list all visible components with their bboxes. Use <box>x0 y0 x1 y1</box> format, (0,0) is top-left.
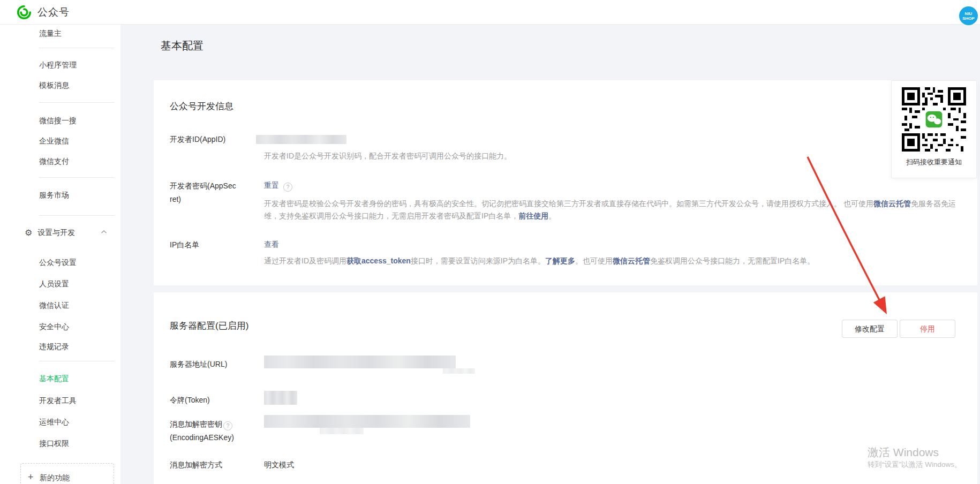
appsecret-label: 开发者密码(AppSec ret) <box>170 179 258 206</box>
ip-whitelist-desc: 通过开发者ID及密码调用获取access_token接口时，需要设置访问来源IP… <box>264 255 958 267</box>
sidebar-section-label: 设置与开发 <box>37 228 75 237</box>
appid-label: 开发者ID(AppID) <box>170 133 258 146</box>
aeskey-value-redacted <box>320 428 364 434</box>
sidebar-divider <box>39 215 115 216</box>
sidebar-divider <box>39 361 115 361</box>
sidebar-item-staff-settings[interactable]: 人员设置 <box>39 278 69 289</box>
appsecret-desc: 开发者密码是校验公众号开发者身份的密码，具有极高的安全性。切记勿把密码直接交给第… <box>264 198 958 222</box>
access-token-link[interactable]: 获取access_token <box>346 256 411 265</box>
brand: 公众号 <box>16 4 70 20</box>
appid-value-redacted <box>256 135 346 144</box>
sidebar-item-miniprogram[interactable]: 小程序管理 <box>39 59 77 70</box>
brand-title: 公众号 <box>37 5 70 19</box>
modify-config-button[interactable]: 修改配置 <box>842 320 898 338</box>
gear-icon: ⚙ <box>25 228 32 237</box>
server-config-card: 服务器配置(已启用) 修改配置 停用 服务器地址(URL) 令牌(Token) … <box>154 292 977 484</box>
appsecret-value: 重置? <box>264 180 292 192</box>
dev-info-card: 公众号开发信息 开发者ID(AppID) 开发者ID是公众号开发识别码，配合开发… <box>154 80 977 285</box>
ip-whitelist-label: IP白名单 <box>170 238 258 252</box>
sidebar-divider <box>39 177 115 178</box>
server-url-value-redacted <box>264 356 456 368</box>
cloud-hosting-link[interactable]: 微信云托管 <box>873 199 911 208</box>
server-url-value-redacted <box>443 368 475 374</box>
app-window: 公众号 NIU SHOP 流量主 小程序管理 模板消息 微信搜一搜 企业微信 微… <box>0 0 980 484</box>
section-title-dev-info: 公众号开发信息 <box>170 100 233 112</box>
sidebar-item-template-msg[interactable]: 模板消息 <box>39 80 69 90</box>
qr-caption: 扫码接收重要通知 <box>892 157 976 167</box>
view-link[interactable]: 查看 <box>264 240 279 248</box>
account-avatar[interactable]: NIU SHOP <box>959 6 978 25</box>
new-feature-label: 新的功能 <box>40 473 70 482</box>
token-value-redacted <box>264 391 297 405</box>
section-title-server-config: 服务器配置(已启用) <box>170 320 248 332</box>
encrypt-method-label: 消息加解密方式 <box>170 458 258 472</box>
token-label: 令牌(Token) <box>170 394 258 407</box>
goto-use-link[interactable]: 前往使用 <box>518 211 548 220</box>
learn-more-link[interactable]: 了解更多 <box>545 256 575 265</box>
new-feature-box[interactable]: + 新的功能 <box>20 463 114 484</box>
sidebar-item-wepay[interactable]: 微信支付 <box>39 156 69 167</box>
wechat-mp-logo-icon <box>16 4 32 20</box>
qr-panel: 扫码接收重要通知 <box>891 80 977 178</box>
sidebar: 流量主 小程序管理 模板消息 微信搜一搜 企业微信 微信支付 服务市场 ⚙设置与… <box>0 24 120 484</box>
aeskey-label: 消息加解密密钥? (EncodingAESKey) <box>170 418 258 444</box>
sidebar-item-service-market[interactable]: 服务市场 <box>39 190 69 200</box>
plus-icon: + <box>28 472 34 482</box>
disable-button[interactable]: 停用 <box>900 320 955 338</box>
encrypt-method-value: 明文模式 <box>264 459 294 470</box>
sidebar-item-security-center[interactable]: 安全中心 <box>39 321 69 332</box>
page-title: 基本配置 <box>161 39 203 53</box>
sidebar-item-verification[interactable]: 微信认证 <box>39 300 69 311</box>
chevron-up-icon <box>101 230 107 234</box>
cloud-hosting-link[interactable]: 微信云托管 <box>613 256 650 265</box>
sidebar-item-developer-tools[interactable]: 开发者工具 <box>39 395 77 406</box>
sidebar-item-account-settings[interactable]: 公众号设置 <box>39 257 77 268</box>
sidebar-item-wecom[interactable]: 企业微信 <box>39 135 69 146</box>
sidebar-divider <box>39 102 115 103</box>
help-icon[interactable]: ? <box>283 183 292 192</box>
sidebar-divider <box>39 48 115 48</box>
top-header: 公众号 <box>0 0 980 25</box>
reset-link[interactable]: 重置 <box>264 181 279 190</box>
windows-activate-watermark-sub: 转到“设置”以激活 Windows。 <box>868 460 962 470</box>
sidebar-item-traffic[interactable]: 流量主 <box>39 28 62 39</box>
qr-code <box>902 87 966 152</box>
wechat-icon <box>926 111 943 128</box>
sidebar-item-ops-center[interactable]: 运维中心 <box>39 417 69 427</box>
sidebar-item-violation-record[interactable]: 违规记录 <box>39 341 69 352</box>
avatar-text: NIU <box>965 11 973 16</box>
sidebar-section-settings-dev[interactable]: ⚙设置与开发 <box>25 226 107 238</box>
server-url-label: 服务器地址(URL) <box>170 358 258 371</box>
sidebar-item-api-permission[interactable]: 接口权限 <box>39 438 69 449</box>
aeskey-value-redacted <box>264 415 470 428</box>
ip-whitelist-value: 查看 <box>264 239 279 249</box>
sidebar-item-search[interactable]: 微信搜一搜 <box>39 115 77 126</box>
windows-activate-watermark: 激活 Windows <box>868 445 939 460</box>
help-icon[interactable]: ? <box>223 421 232 430</box>
appid-desc: 开发者ID是公众号开发识别码，配合开发者密码可调用公众号的接口能力。 <box>264 150 958 162</box>
sidebar-item-basic-config[interactable]: 基本配置 <box>39 373 69 384</box>
avatar-text: SHOP <box>962 16 975 21</box>
